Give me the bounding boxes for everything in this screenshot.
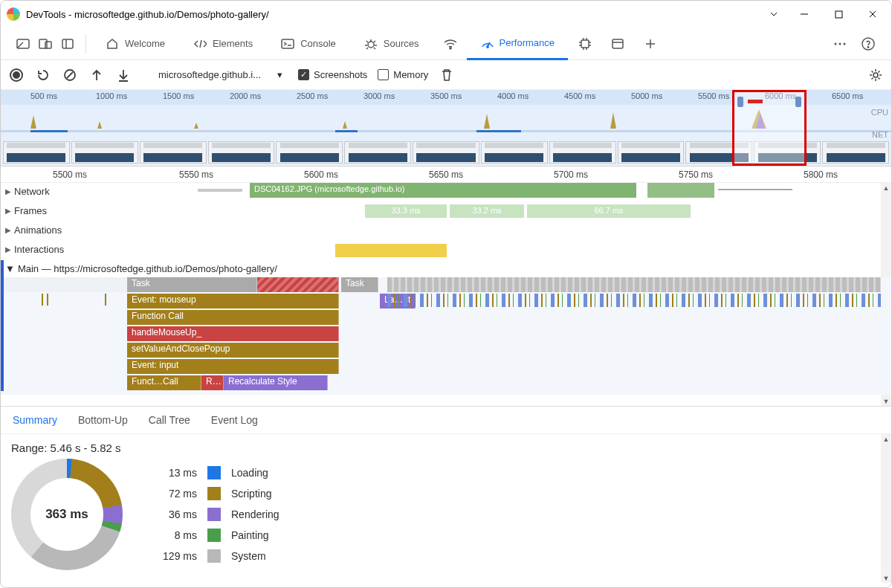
net-tail [718,189,792,190]
reload-button[interactable] [35,67,51,83]
track-interactions[interactable]: ▶Interactions [1,241,891,260]
selection-handle-right[interactable] [795,97,801,107]
code-icon [193,37,207,51]
legend-row: 72 msScripting [152,487,279,500]
plus-icon [644,37,657,51]
legend-row: 36 msRendering [152,508,279,521]
help-icon[interactable] [860,36,876,52]
net-pre-bar [198,189,242,192]
svg-point-11 [835,42,837,45]
micro-tasks [387,294,881,307]
network-bar-2[interactable] [647,183,714,198]
legend-row: 8 msPainting [152,529,279,542]
summary-total: 363 ms [11,459,123,570]
console-icon [281,37,294,51]
overview-timeline[interactable]: 500 ms 1000 ms 1500 ms 2000 ms 2500 ms 3… [1,90,891,167]
tab-application[interactable] [602,28,633,60]
window-title: DevTools - microsoftedge.github.io/Demos… [26,9,269,20]
url-chevron-icon[interactable]: ▾ [271,67,288,83]
cpu-spike-marker [748,100,763,103]
chevron-down-icon[interactable] [760,2,787,26]
tab-calltree[interactable]: Call Tree [149,414,190,426]
home-icon [106,37,119,51]
track-main[interactable]: ▼Main — https://microsoftedge.github.io/… [1,260,891,395]
devtools-tabbar: Welcome Elements Console Sources Perform… [1,28,891,60]
wifi-icon [443,37,456,51]
chip-icon [578,37,592,51]
tab-label: Console [300,38,336,49]
summary-pane: ▲ ▼ Range: 5.46 s - 5.82 s 363 ms 13 msL… [1,434,891,583]
legend-row: 129 msSystem [152,549,279,563]
screenshots-checkbox[interactable]: ✓Screenshots [298,69,367,80]
tab-add[interactable] [635,28,666,60]
playhead [1,260,4,391]
interaction-bar[interactable] [335,244,447,257]
track-frames[interactable]: ▶Frames 33.3 ms 33.2 ms 66.7 ms [1,202,891,222]
svg-point-13 [844,42,846,45]
summary-donut-chart: 363 ms [11,459,123,570]
window-titlebar: DevTools - microsoftedge.github.io/Demos… [1,1,891,28]
network-bar[interactable]: DSC04162.JPG (microsoftedge.github.io) [250,183,636,198]
gear-icon[interactable] [867,67,884,83]
memory-checkbox[interactable]: Memory [378,69,428,80]
tab-welcome[interactable]: Welcome [92,28,178,60]
performance-toolbar: microsoftedge.github.i... ▾ ✓Screenshots… [1,60,891,90]
dock-left-icon[interactable] [16,36,30,51]
record-button[interactable] [8,67,25,83]
left-markers [1,294,127,375]
bug-icon [364,37,378,51]
track-network[interactable]: ▶Network DSC04162.JPG (microsoftedge.git… [1,183,891,202]
more-icon[interactable] [832,36,848,52]
summary-scrollbar[interactable]: ▲ ▼ [881,434,891,583]
svg-rect-5 [282,39,294,48]
svg-point-8 [486,45,488,47]
svg-point-17 [873,73,878,77]
svg-rect-10 [613,39,623,48]
tab-label: Sources [384,38,419,49]
tab-memory-tool[interactable] [569,28,601,60]
tab-eventlog[interactable]: Event Log [211,414,258,426]
clear-button[interactable] [62,67,78,83]
svg-rect-3 [45,42,51,48]
details-tabs: Summary Bottom-Up Call Tree Event Log [1,406,891,434]
track-animations[interactable]: ▶Animations [1,222,891,241]
tab-bottomup[interactable]: Bottom-Up [78,414,128,426]
tab-performance[interactable]: Performance [467,28,568,60]
upload-button[interactable] [88,67,105,83]
performance-tracks: ▲ ▼ ▶Network DSC04162.JPG (microsoftedge… [1,183,891,406]
tab-console[interactable]: Console [268,28,349,60]
device-emulation-icon[interactable] [38,36,53,51]
summary-legend: 13 msLoading 72 msScripting 36 msRenderi… [152,466,279,563]
selection-handle-left[interactable] [737,97,743,107]
dock-side-icon[interactable] [60,36,75,51]
gauge-icon [480,36,494,50]
app-icon [7,7,20,21]
svg-point-6 [368,42,374,48]
tab-summary[interactable]: Summary [13,414,57,426]
minimize-button[interactable] [787,2,821,26]
download-button[interactable] [115,67,132,83]
svg-rect-9 [581,40,589,48]
close-button[interactable] [856,2,890,26]
tab-network-conditions[interactable] [434,28,465,60]
recording-url[interactable]: microsoftedge.github.i... [158,69,261,80]
window-icon [611,37,624,51]
detail-ruler: 5500 ms 5550 ms 5600 ms 5650 ms 5700 ms … [1,167,891,183]
flame-chart[interactable]: Task Event: mouseup Function Call handle… [1,277,891,395]
overview-selection[interactable] [732,90,807,166]
summary-range: Range: 5.46 s - 5.82 s [11,442,881,454]
svg-point-15 [867,46,868,47]
tab-sources[interactable]: Sources [351,28,433,60]
legend-row: 13 msLoading [152,466,279,479]
trash-icon[interactable] [439,67,455,83]
tab-label: Welcome [125,38,165,49]
svg-rect-4 [62,39,73,48]
maximize-button[interactable] [821,2,856,26]
svg-point-12 [839,42,841,45]
tab-elements[interactable]: Elements [180,28,266,60]
tab-label: Performance [500,37,555,48]
task-strip [387,277,881,292]
svg-rect-0 [836,11,842,18]
svg-point-7 [450,48,451,49]
tab-label: Elements [213,38,253,49]
